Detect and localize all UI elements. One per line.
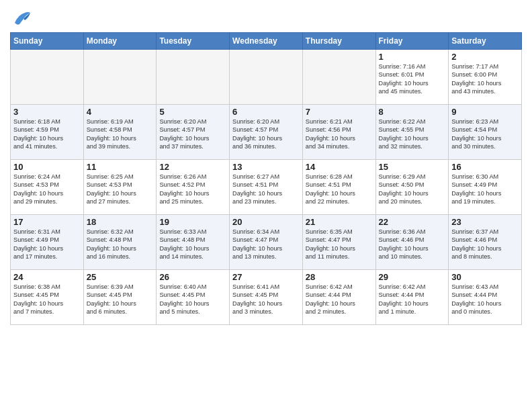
day-number: 15 [379, 162, 446, 172]
header [10, 7, 522, 28]
calendar-cell: 12Sunrise: 6:26 AM Sunset: 4:52 PM Dayli… [157, 160, 230, 215]
calendar-cell: 7Sunrise: 6:21 AM Sunset: 4:56 PM Daylig… [302, 105, 375, 160]
day-info: Sunrise: 6:22 AM Sunset: 4:55 PM Dayligh… [379, 118, 446, 151]
calendar-cell: 11Sunrise: 6:25 AM Sunset: 4:53 PM Dayli… [83, 160, 157, 215]
calendar-cell [83, 50, 157, 105]
day-info: Sunrise: 6:43 AM Sunset: 4:44 PM Dayligh… [451, 283, 519, 316]
calendar-week-row: 17Sunrise: 6:31 AM Sunset: 4:49 PM Dayli… [11, 215, 522, 270]
logo [10, 9, 32, 28]
calendar-cell [11, 50, 84, 105]
calendar-cell [157, 50, 230, 105]
weekday-header-wednesday: Wednesday [230, 33, 303, 50]
day-number: 16 [451, 162, 519, 172]
calendar-week-row: 3Sunrise: 6:18 AM Sunset: 4:59 PM Daylig… [11, 105, 522, 160]
day-number: 11 [87, 162, 154, 172]
day-info: Sunrise: 6:36 AM Sunset: 4:46 PM Dayligh… [379, 228, 446, 261]
day-info: Sunrise: 6:28 AM Sunset: 4:51 PM Dayligh… [306, 173, 373, 206]
day-number: 22 [379, 217, 446, 227]
day-number: 9 [451, 107, 519, 117]
calendar-cell: 10Sunrise: 6:24 AM Sunset: 4:53 PM Dayli… [11, 160, 84, 215]
weekday-header-friday: Friday [375, 33, 449, 50]
day-number: 14 [306, 162, 373, 172]
day-info: Sunrise: 6:18 AM Sunset: 4:59 PM Dayligh… [13, 118, 81, 151]
logo-bird-icon [11, 9, 32, 28]
calendar-cell: 8Sunrise: 6:22 AM Sunset: 4:55 PM Daylig… [375, 105, 449, 160]
calendar-week-row: 10Sunrise: 6:24 AM Sunset: 4:53 PM Dayli… [11, 160, 522, 215]
calendar-cell [230, 50, 303, 105]
day-number: 23 [451, 217, 519, 227]
day-info: Sunrise: 6:31 AM Sunset: 4:49 PM Dayligh… [13, 228, 81, 261]
calendar-table: SundayMondayTuesdayWednesdayThursdayFrid… [10, 32, 522, 325]
calendar-cell: 30Sunrise: 6:43 AM Sunset: 4:44 PM Dayli… [449, 270, 522, 325]
day-number: 5 [159, 107, 226, 117]
calendar-cell: 22Sunrise: 6:36 AM Sunset: 4:46 PM Dayli… [375, 215, 449, 270]
calendar-cell: 19Sunrise: 6:33 AM Sunset: 4:48 PM Dayli… [157, 215, 230, 270]
calendar-cell: 4Sunrise: 6:19 AM Sunset: 4:58 PM Daylig… [83, 105, 157, 160]
day-number: 4 [87, 107, 154, 117]
calendar-cell: 29Sunrise: 6:42 AM Sunset: 4:44 PM Dayli… [375, 270, 449, 325]
day-info: Sunrise: 6:21 AM Sunset: 4:56 PM Dayligh… [306, 118, 373, 151]
day-info: Sunrise: 6:41 AM Sunset: 4:45 PM Dayligh… [232, 283, 300, 316]
calendar-cell: 16Sunrise: 6:30 AM Sunset: 4:49 PM Dayli… [449, 160, 522, 215]
day-number: 6 [232, 107, 300, 117]
day-number: 8 [379, 107, 446, 117]
day-number: 21 [306, 217, 373, 227]
calendar-cell: 26Sunrise: 6:40 AM Sunset: 4:45 PM Dayli… [157, 270, 230, 325]
calendar-cell: 5Sunrise: 6:20 AM Sunset: 4:57 PM Daylig… [157, 105, 230, 160]
calendar-cell: 20Sunrise: 6:34 AM Sunset: 4:47 PM Dayli… [230, 215, 303, 270]
calendar-cell: 28Sunrise: 6:42 AM Sunset: 4:44 PM Dayli… [302, 270, 375, 325]
day-info: Sunrise: 6:20 AM Sunset: 4:57 PM Dayligh… [232, 118, 300, 151]
calendar-cell: 1Sunrise: 7:16 AM Sunset: 6:01 PM Daylig… [375, 50, 449, 105]
day-number: 1 [379, 52, 446, 62]
day-info: Sunrise: 6:27 AM Sunset: 4:51 PM Dayligh… [232, 173, 300, 206]
day-info: Sunrise: 7:17 AM Sunset: 6:00 PM Dayligh… [451, 62, 519, 96]
day-info: Sunrise: 6:32 AM Sunset: 4:48 PM Dayligh… [87, 228, 154, 261]
weekday-header-thursday: Thursday [302, 33, 375, 50]
weekday-header-sunday: Sunday [11, 33, 84, 50]
day-number: 18 [87, 217, 154, 227]
day-number: 10 [13, 162, 81, 172]
day-number: 3 [13, 107, 81, 117]
day-number: 19 [159, 217, 226, 227]
calendar-cell: 13Sunrise: 6:27 AM Sunset: 4:51 PM Dayli… [230, 160, 303, 215]
day-info: Sunrise: 6:23 AM Sunset: 4:54 PM Dayligh… [451, 118, 519, 151]
day-info: Sunrise: 6:42 AM Sunset: 4:44 PM Dayligh… [306, 283, 373, 316]
calendar-week-row: 1Sunrise: 7:16 AM Sunset: 6:01 PM Daylig… [11, 50, 522, 105]
calendar-cell: 14Sunrise: 6:28 AM Sunset: 4:51 PM Dayli… [302, 160, 375, 215]
day-number: 2 [451, 52, 519, 62]
day-info: Sunrise: 6:20 AM Sunset: 4:57 PM Dayligh… [159, 118, 226, 151]
day-number: 28 [306, 272, 373, 282]
day-info: Sunrise: 6:37 AM Sunset: 4:46 PM Dayligh… [451, 228, 519, 261]
calendar-cell: 3Sunrise: 6:18 AM Sunset: 4:59 PM Daylig… [11, 105, 84, 160]
day-number: 24 [13, 272, 81, 282]
weekday-header-saturday: Saturday [449, 33, 522, 50]
calendar-cell: 2Sunrise: 7:17 AM Sunset: 6:00 PM Daylig… [449, 50, 522, 105]
day-number: 27 [232, 272, 300, 282]
page-container: SundayMondayTuesdayWednesdayThursdayFrid… [0, 0, 532, 328]
calendar-cell: 25Sunrise: 6:39 AM Sunset: 4:45 PM Dayli… [83, 270, 157, 325]
calendar-cell: 23Sunrise: 6:37 AM Sunset: 4:46 PM Dayli… [449, 215, 522, 270]
day-info: Sunrise: 6:19 AM Sunset: 4:58 PM Dayligh… [87, 118, 154, 151]
calendar-week-row: 24Sunrise: 6:38 AM Sunset: 4:45 PM Dayli… [11, 270, 522, 325]
day-info: Sunrise: 6:25 AM Sunset: 4:53 PM Dayligh… [87, 173, 154, 206]
day-info: Sunrise: 6:33 AM Sunset: 4:48 PM Dayligh… [159, 228, 226, 261]
day-info: Sunrise: 6:35 AM Sunset: 4:47 PM Dayligh… [306, 228, 373, 261]
calendar-cell: 15Sunrise: 6:29 AM Sunset: 4:50 PM Dayli… [375, 160, 449, 215]
day-info: Sunrise: 6:29 AM Sunset: 4:50 PM Dayligh… [379, 173, 446, 206]
day-number: 12 [159, 162, 226, 172]
calendar-cell [302, 50, 375, 105]
calendar-cell: 27Sunrise: 6:41 AM Sunset: 4:45 PM Dayli… [230, 270, 303, 325]
day-info: Sunrise: 6:26 AM Sunset: 4:52 PM Dayligh… [159, 173, 226, 206]
calendar-cell: 9Sunrise: 6:23 AM Sunset: 4:54 PM Daylig… [449, 105, 522, 160]
weekday-header-row: SundayMondayTuesdayWednesdayThursdayFrid… [11, 33, 522, 50]
weekday-header-tuesday: Tuesday [157, 33, 230, 50]
day-number: 7 [306, 107, 373, 117]
day-number: 29 [379, 272, 446, 282]
day-number: 26 [159, 272, 226, 282]
weekday-header-monday: Monday [83, 33, 157, 50]
day-info: Sunrise: 6:39 AM Sunset: 4:45 PM Dayligh… [87, 283, 154, 316]
day-number: 30 [451, 272, 519, 282]
calendar-cell: 17Sunrise: 6:31 AM Sunset: 4:49 PM Dayli… [11, 215, 84, 270]
day-info: Sunrise: 6:42 AM Sunset: 4:44 PM Dayligh… [379, 283, 446, 316]
day-info: Sunrise: 7:16 AM Sunset: 6:01 PM Dayligh… [379, 62, 446, 96]
